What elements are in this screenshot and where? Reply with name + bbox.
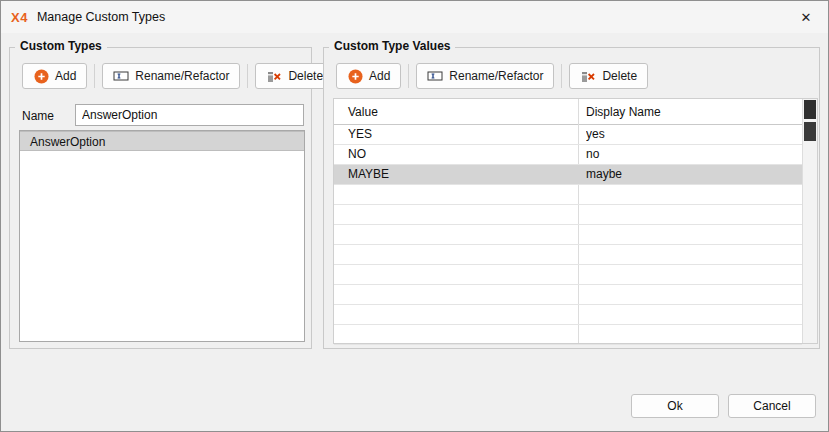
table-row-empty[interactable] — [334, 325, 802, 345]
custom-type-values-toolbar: Add Rename/Refactor Delete — [336, 63, 648, 89]
cell-display-name — [586, 185, 798, 205]
cell-value — [348, 185, 572, 205]
table-row-empty[interactable] — [334, 245, 802, 265]
name-input[interactable] — [75, 104, 304, 126]
cell-display-name — [586, 285, 798, 305]
values-table-header: Value Display Name — [334, 99, 802, 125]
table-row[interactable]: NOno — [334, 145, 802, 165]
table-scrollbar[interactable] — [802, 99, 817, 343]
app-logo: X4 — [11, 10, 28, 25]
cell-value — [348, 225, 572, 245]
types-delete-label: Delete — [288, 69, 323, 83]
cancel-button[interactable]: Cancel — [728, 394, 816, 418]
values-table-body: YESyesNOnoMAYBEmaybe — [334, 125, 802, 343]
values-add-button[interactable]: Add — [336, 63, 401, 89]
cell-value — [348, 325, 572, 345]
values-rename-label: Rename/Refactor — [449, 69, 543, 83]
types-rename-label: Rename/Refactor — [135, 69, 229, 83]
cell-value: MAYBE — [348, 165, 572, 185]
name-label: Name — [22, 109, 54, 123]
custom-types-toolbar: Add Rename/Refactor Delete — [22, 63, 334, 89]
table-row-empty[interactable] — [334, 205, 802, 225]
values-delete-label: Delete — [602, 69, 637, 83]
table-row-empty[interactable] — [334, 265, 802, 285]
types-add-button[interactable]: Add — [22, 63, 87, 89]
cell-value — [348, 205, 572, 225]
cell-display-name — [586, 265, 798, 285]
table-row-empty[interactable] — [334, 185, 802, 205]
table-row-empty[interactable] — [334, 225, 802, 245]
scrollbar-up-button[interactable] — [804, 100, 816, 119]
toolbar-separator — [247, 64, 248, 88]
toolbar-separator — [561, 64, 562, 88]
cell-value — [348, 265, 572, 285]
manage-custom-types-dialog: X4 Manage Custom Types ✕ Custom Types Ad… — [0, 0, 829, 432]
cell-display-name: no — [586, 145, 798, 165]
values-add-label: Add — [369, 69, 390, 83]
cell-value — [348, 285, 572, 305]
close-button[interactable]: ✕ — [784, 1, 828, 33]
cell-value: YES — [348, 125, 572, 145]
cell-display-name: maybe — [586, 165, 798, 185]
add-icon — [347, 68, 363, 84]
table-row[interactable]: YESyes — [334, 125, 802, 145]
column-header-value[interactable]: Value — [348, 99, 378, 125]
list-item[interactable]: AnswerOption — [20, 131, 304, 151]
custom-types-group-label: Custom Types — [15, 39, 107, 53]
types-add-label: Add — [55, 69, 76, 83]
cell-display-name — [586, 305, 798, 325]
cell-display-name — [586, 325, 798, 345]
values-delete-button[interactable]: Delete — [569, 63, 648, 89]
custom-type-values-group: Custom Type Values Add Rename/Refactor — [323, 47, 820, 349]
window-title: Manage Custom Types — [37, 10, 165, 24]
table-row-empty[interactable] — [334, 285, 802, 305]
column-header-display-name[interactable]: Display Name — [586, 99, 661, 125]
table-row-empty[interactable] — [334, 305, 802, 325]
cell-display-name — [586, 205, 798, 225]
custom-types-list[interactable]: AnswerOption — [19, 130, 305, 342]
values-table: Value Display Name YESyesNOnoMAYBEmaybe — [333, 98, 818, 344]
cell-display-name — [586, 245, 798, 265]
toolbar-separator — [408, 64, 409, 88]
cell-display-name: yes — [586, 125, 798, 145]
delete-icon — [580, 68, 596, 84]
cell-value — [348, 305, 572, 325]
custom-type-values-group-label: Custom Type Values — [329, 39, 455, 53]
types-rename-button[interactable]: Rename/Refactor — [102, 63, 240, 89]
rename-icon — [113, 68, 129, 84]
cell-display-name — [586, 225, 798, 245]
toolbar-separator — [94, 64, 95, 88]
custom-types-group: Custom Types Add Rename/Refactor D — [9, 47, 312, 349]
rename-icon — [427, 68, 443, 84]
table-row[interactable]: MAYBEmaybe — [334, 165, 802, 185]
values-rename-button[interactable]: Rename/Refactor — [416, 63, 554, 89]
cell-value: NO — [348, 145, 572, 165]
cell-value — [348, 245, 572, 265]
delete-icon — [266, 68, 282, 84]
ok-button[interactable]: Ok — [631, 394, 719, 418]
scrollbar-thumb[interactable] — [804, 122, 816, 141]
add-icon — [33, 68, 49, 84]
title-bar: X4 Manage Custom Types ✕ — [1, 1, 828, 33]
